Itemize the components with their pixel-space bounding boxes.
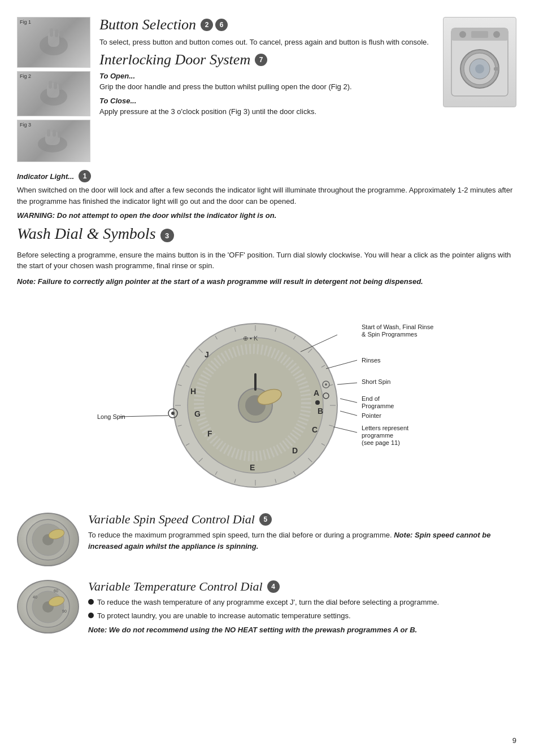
svg-line-77 <box>333 427 357 432</box>
button-selection-badges: 2 6 <box>201 19 228 31</box>
washer-image <box>443 17 516 107</box>
svg-text:G: G <box>194 409 201 418</box>
variable-temp-title: Variable Temperature Control Dial 4 <box>88 580 439 593</box>
dial-diagram: J H G F E D C B A ⊕ • K <box>92 292 442 507</box>
svg-text:Short Spin: Short Spin <box>362 378 390 385</box>
svg-text:Pointer: Pointer <box>362 412 381 419</box>
svg-point-67 <box>325 383 327 386</box>
fig1-label: Fig 1 <box>20 19 31 25</box>
variable-temp-bullet-1: To reduce the wash temperature of any pr… <box>88 597 439 608</box>
svg-text:F: F <box>207 429 212 438</box>
variable-spin-section: Variable Spin Speed Control Dial 5 To re… <box>17 513 516 572</box>
svg-rect-4 <box>60 31 63 38</box>
washer-column <box>443 17 516 162</box>
page-number: 9 <box>512 736 516 745</box>
badge-2: 2 <box>201 19 213 31</box>
svg-text:D: D <box>292 446 298 455</box>
variable-temp-content: Variable Temperature Control Dial 4 To r… <box>88 580 439 641</box>
svg-point-71 <box>171 412 175 415</box>
figure-1: Fig 1 <box>17 17 90 68</box>
variable-temp-note: Note: We do not recommend using the NO H… <box>88 624 439 636</box>
bullet-dot-1 <box>88 599 94 605</box>
svg-line-75 <box>340 399 357 403</box>
svg-rect-12 <box>47 129 50 137</box>
to-open-body: Grip the door handle and press the butto… <box>99 81 434 93</box>
variable-spin-body: To reduce the maximum programmed spin sp… <box>88 530 516 552</box>
svg-text:60: 60 <box>54 589 58 593</box>
badge-5: 5 <box>259 513 272 526</box>
bullet-dot-2 <box>88 613 94 618</box>
svg-line-76 <box>340 411 357 416</box>
button-selection-body: To select, press button and button comes… <box>99 37 434 48</box>
svg-rect-3 <box>55 29 58 37</box>
svg-text:(see page 11): (see page 11) <box>362 439 400 446</box>
svg-text:End of: End of <box>362 395 380 402</box>
variable-spin-dial-image <box>17 513 79 572</box>
badge-6: 6 <box>215 19 228 31</box>
indicator-light-label: Indicator Light... <box>17 172 74 181</box>
variable-spin-title: Variable Spin Speed Control Dial 5 <box>88 513 516 526</box>
svg-text:A: A <box>314 388 319 397</box>
wash-dial-title-row: Wash Dial & Symbols 3 <box>17 225 516 246</box>
indicator-light-warning: WARNING: Do not attempt to open the door… <box>17 211 516 220</box>
svg-text:Start of Wash, Final Rinse: Start of Wash, Final Rinse <box>362 324 433 330</box>
svg-rect-7 <box>49 81 52 89</box>
badge-1: 1 <box>79 170 91 182</box>
figure-2: Fig 2 <box>17 71 90 116</box>
svg-point-68 <box>315 400 320 405</box>
svg-text:E: E <box>250 463 255 472</box>
variable-spin-content: Variable Spin Speed Control Dial 5 To re… <box>88 513 516 572</box>
fig3-label: Fig 3 <box>20 122 31 128</box>
svg-text:Long Spin: Long Spin <box>97 413 125 420</box>
button-selection-section: Button Selection 2 6 To select, press bu… <box>99 17 434 47</box>
svg-text:& Spin Programmes: & Spin Programmes <box>362 331 418 338</box>
variable-temp-dial-image: 40 60 90 <box>17 580 79 641</box>
svg-rect-8 <box>54 82 57 89</box>
svg-rect-2 <box>50 28 53 37</box>
svg-rect-24 <box>494 67 499 71</box>
svg-line-78 <box>120 416 168 417</box>
wash-dial-section: Wash Dial & Symbols 3 Before selecting a… <box>17 225 516 287</box>
to-close-label: To Close... <box>99 97 434 105</box>
svg-point-17 <box>459 31 466 38</box>
indicator-light-section: Indicator Light... 1 When switched on th… <box>17 170 516 220</box>
svg-rect-9 <box>59 84 62 90</box>
to-open-label: To Open... <box>99 72 434 80</box>
interlocking-door-section: Interlocking Door System 7 To Open... Gr… <box>99 52 434 117</box>
wash-dial-title: Wash Dial & Symbols <box>17 225 156 243</box>
content-column: Button Selection 2 6 To select, press bu… <box>99 17 434 162</box>
svg-text:J: J <box>205 350 209 359</box>
svg-text:Programme: Programme <box>362 403 394 409</box>
dial-svg: J H G F E D C B A ⊕ • K <box>92 292 442 507</box>
svg-text:90: 90 <box>62 609 67 613</box>
bottom-section: Variable Spin Speed Control Dial 5 To re… <box>17 513 516 580</box>
svg-text:C: C <box>312 425 318 434</box>
variable-temp-bullet-2: To protect laundry, you are unable to in… <box>88 610 439 622</box>
svg-line-74 <box>337 383 357 384</box>
svg-text:Letters represent: Letters represent <box>362 425 408 431</box>
variable-temp-bullets: To reduce the wash temperature of any pr… <box>88 597 439 621</box>
svg-rect-19 <box>471 31 488 38</box>
fig2-label: Fig 2 <box>20 73 31 79</box>
badge-3: 3 <box>160 229 174 242</box>
svg-point-23 <box>475 64 484 73</box>
svg-text:40: 40 <box>33 595 37 599</box>
variable-temp-section: 40 60 90 Variable Temperature Control Di… <box>17 580 516 641</box>
indicator-light-body: When switched on the door will lock and … <box>17 185 516 207</box>
top-section: Fig 1 Fig 2 <box>17 17 516 162</box>
to-close-body: Apply pressure at the 3 o'clock position… <box>99 106 434 117</box>
svg-rect-14 <box>58 132 61 138</box>
badge-4: 4 <box>267 580 280 593</box>
svg-line-73 <box>326 360 357 369</box>
svg-text:programme: programme <box>362 432 393 439</box>
badge-7: 7 <box>255 54 267 66</box>
svg-text:H: H <box>190 387 196 396</box>
svg-text:Rinses: Rinses <box>362 357 381 364</box>
wash-dial-body: Before selecting a programme, ensure the… <box>17 250 516 272</box>
svg-point-18 <box>493 31 500 38</box>
wash-dial-note: Note: Failure to correctly align pointer… <box>17 276 516 287</box>
button-selection-title: Button Selection 2 6 <box>99 17 434 33</box>
svg-text:⊕ • K: ⊕ • K <box>243 335 258 342</box>
svg-rect-13 <box>53 130 56 137</box>
svg-text:B: B <box>318 407 323 416</box>
